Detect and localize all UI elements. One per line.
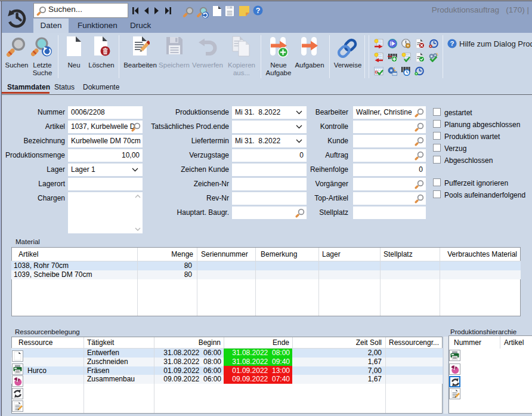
svg-text:?: ? bbox=[256, 7, 261, 15]
svg-text:?: ? bbox=[450, 40, 454, 47]
